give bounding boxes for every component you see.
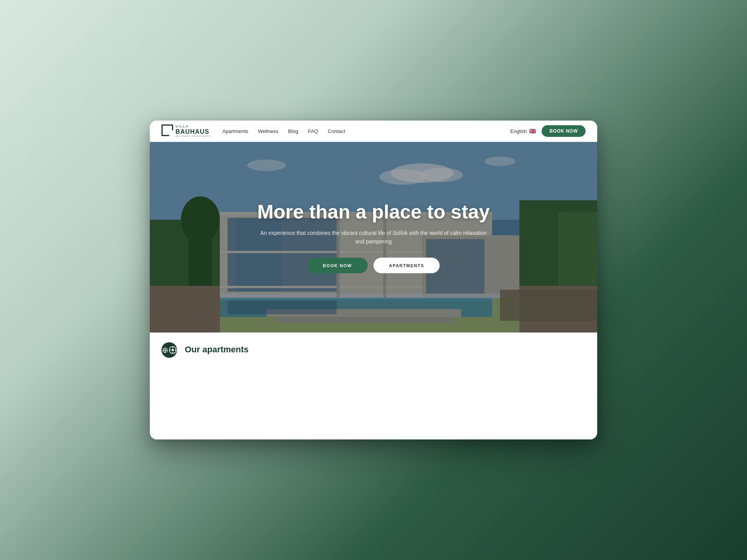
nav-link-blog[interactable]: Blog: [288, 128, 298, 134]
nav-left: VILLA BAUHAUS WELLNESS APARTMENTS Apartm…: [161, 124, 345, 138]
section-indicator-icon: [161, 342, 177, 358]
nav-links: Apartments Wellness Blog FAQ Contact: [223, 128, 345, 134]
flag-icon: 🇬🇧: [529, 129, 536, 133]
hero-content: More than a place to stay An experience …: [195, 201, 552, 273]
svg-point-38: [172, 349, 174, 351]
logo[interactable]: VILLA BAUHAUS WELLNESS APARTMENTS: [161, 124, 211, 138]
svg-rect-2: [161, 135, 169, 136]
svg-rect-1: [161, 124, 163, 136]
nav-right: English 🇬🇧 BOOK NOW: [510, 125, 586, 137]
nav-link-wellness[interactable]: Wellness: [258, 128, 279, 134]
hero-title: More than a place to stay: [195, 201, 552, 223]
browser-window: VILLA BAUHAUS WELLNESS APARTMENTS Apartm…: [150, 121, 597, 439]
hero-book-now-button[interactable]: BOOK NOW: [307, 257, 368, 273]
hero-apartments-button[interactable]: APARTMENTS: [374, 257, 440, 273]
hero-buttons: BOOK NOW APARTMENTS: [195, 257, 552, 273]
svg-point-42: [175, 350, 176, 351]
apartments-section-title: Our apartments: [185, 342, 249, 355]
apartments-section: Our apartments: [150, 332, 597, 368]
nav-link-faq[interactable]: FAQ: [308, 128, 318, 134]
language-label: English: [510, 128, 527, 134]
language-selector[interactable]: English 🇬🇧: [510, 128, 536, 134]
hero-section: More than a place to stay An experience …: [150, 142, 597, 332]
svg-point-40: [172, 352, 173, 354]
logo-bauhaus-text: BAUHAUS: [175, 128, 211, 135]
svg-point-39: [172, 347, 173, 348]
nav-link-apartments[interactable]: Apartments: [223, 128, 248, 134]
nav-link-contact[interactable]: Contact: [328, 128, 345, 134]
navbar: VILLA BAUHAUS WELLNESS APARTMENTS Apartm…: [150, 121, 597, 142]
logo-icon: [161, 124, 173, 138]
logo-villa-text: VILLA: [175, 125, 211, 129]
svg-point-41: [169, 350, 170, 351]
svg-rect-4: [172, 124, 173, 130]
logo-subtitle-text: WELLNESS APARTMENTS: [175, 135, 211, 138]
hero-subtitle: An experience that combines the vibrant …: [195, 229, 552, 246]
navbar-book-now-button[interactable]: BOOK NOW: [542, 125, 586, 137]
logo-text: VILLA BAUHAUS WELLNESS APARTMENTS: [175, 125, 211, 138]
